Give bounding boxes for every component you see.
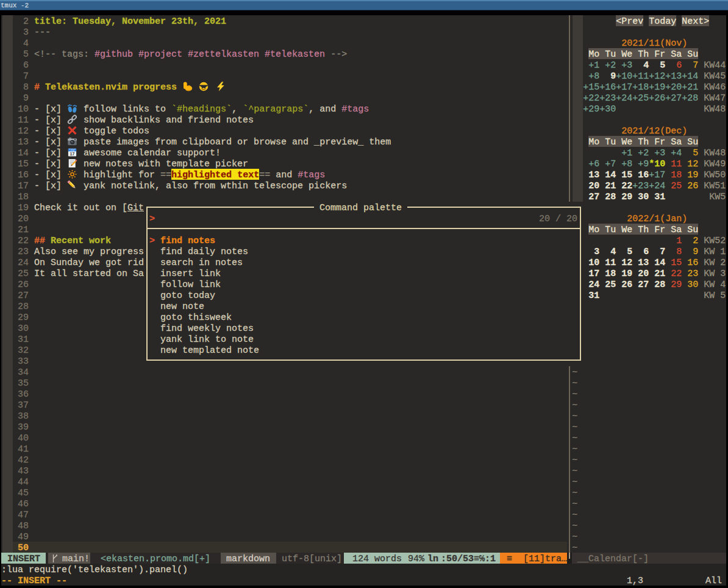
svg-text:17: 17: [70, 152, 75, 156]
